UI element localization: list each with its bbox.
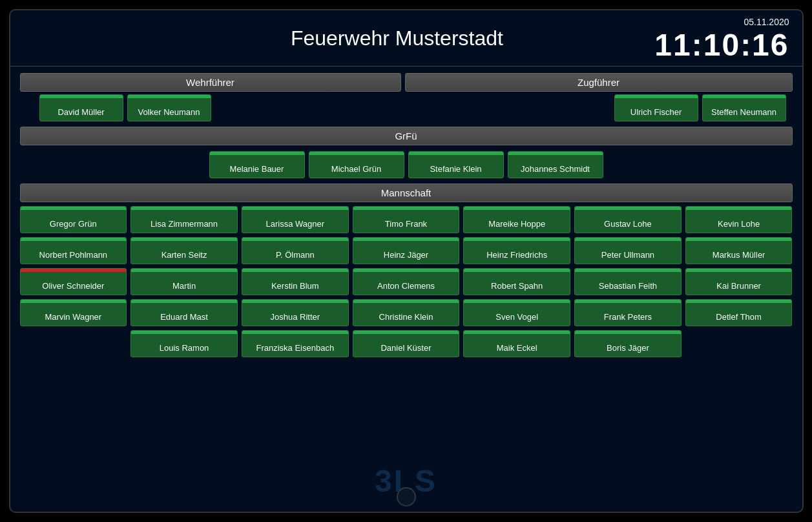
member-name: Kevin Lohe (718, 219, 760, 233)
main-screen: Feuerwehr Musterstadt 05.11.2020 11:10:1… (9, 9, 804, 513)
time-display: 11:10:16 (654, 27, 789, 63)
member-name: Marvin Wagner (45, 312, 102, 326)
member-btn[interactable]: Norbert Pohlmann (20, 237, 127, 264)
grfu-header: GrFü (20, 127, 793, 145)
member-name: Detlef Thom (716, 312, 762, 326)
member-name: Kerstin Blum (271, 281, 319, 295)
status-bar (21, 238, 127, 241)
member-name: Heinz Jäger (384, 250, 428, 264)
member-name: Frank Peters (604, 312, 652, 326)
status-bar (21, 269, 127, 272)
member-btn[interactable]: Anton Clemens (353, 268, 460, 295)
member-johannes-schmidt[interactable]: Johannes Schmidt (508, 151, 603, 178)
member-btn[interactable]: Timo Frank (353, 206, 460, 233)
member-name: Louis Ramon (160, 343, 209, 357)
member-david-mueller[interactable]: David Müller (39, 94, 123, 121)
datetime: 05.11.2020 11:10:16 (654, 17, 789, 63)
status-bar (242, 300, 348, 303)
member-btn[interactable]: Martin (130, 268, 238, 295)
member-ulrich-fischer[interactable]: Ulrich Fischer (614, 94, 698, 121)
member-btn[interactable]: Franziska Eisenbach (242, 330, 349, 357)
status-bar (353, 238, 459, 241)
member-btn[interactable]: Gustav Lohe (574, 206, 682, 233)
member-name: Norbert Pohlmann (39, 250, 108, 264)
member-btn[interactable]: Markus Müller (685, 237, 793, 264)
member-name: David Müller (57, 107, 104, 121)
member-btn[interactable]: Gregor Grün (20, 206, 127, 233)
top-members-row: David Müller Volker Neumann Ulrich Fisch… (20, 94, 793, 121)
member-stefanie-klein[interactable]: Stefanie Klein (408, 151, 504, 178)
member-name: P. Ölmann (276, 250, 315, 264)
status-bar (210, 152, 304, 155)
member-melanie-bauer[interactable]: Melanie Bauer (209, 151, 305, 178)
grfu-members: Melanie Bauer Michael Grün Stefanie Klei… (20, 148, 793, 183)
mannschaft-header: Mannschaft (20, 183, 793, 202)
member-name: Gregor Grün (50, 219, 97, 233)
member-btn[interactable]: Eduard Mast (130, 299, 238, 326)
status-bar (131, 238, 237, 241)
member-btn[interactable]: Sven Vogel (463, 299, 570, 326)
member-btn[interactable]: Kerstin Blum (242, 268, 349, 295)
status-bar (353, 207, 459, 210)
status-bar (131, 207, 237, 210)
member-btn[interactable]: Mareike Hoppe (463, 206, 570, 233)
member-name: Franziska Eisenbach (256, 343, 334, 357)
member-btn[interactable]: Kai Brunner (685, 268, 793, 295)
status-bar (21, 300, 127, 303)
member-name: Markus Müller (713, 250, 765, 264)
member-name: Christine Klein (379, 312, 433, 326)
member-btn[interactable]: Joshua Ritter (242, 299, 349, 326)
member-btn[interactable]: Peter Ullmann (574, 237, 682, 264)
member-btn[interactable]: Sebastian Feith (574, 268, 682, 295)
member-name: Peter Ullmann (601, 250, 654, 264)
status-bar (703, 95, 786, 98)
member-btn[interactable]: Robert Spahn (463, 268, 570, 295)
member-btn[interactable]: Marvin Wagner (20, 299, 127, 326)
member-steffen-neumann[interactable]: Steffen Neumann (702, 94, 786, 121)
member-michael-gruen[interactable]: Michael Grün (309, 151, 404, 178)
member-btn[interactable]: Maik Eckel (463, 330, 570, 357)
status-bar (575, 331, 681, 334)
member-btn[interactable]: Boris Jäger (574, 330, 682, 357)
member-btn[interactable]: Heinz Jäger (353, 237, 460, 264)
status-bar (131, 269, 237, 272)
member-btn[interactable]: Frank Peters (574, 299, 682, 326)
member-btn[interactable]: P. Ölmann (242, 237, 349, 264)
status-bar (309, 152, 404, 155)
status-bar (615, 95, 698, 98)
member-btn[interactable]: Louis Ramon (130, 330, 238, 357)
member-name: Melanie Bauer (230, 164, 284, 178)
status-bar (353, 300, 459, 303)
status-bar (686, 269, 792, 272)
status-bar (353, 331, 459, 334)
member-name: Karten Seitz (161, 250, 207, 264)
member-name: Robert Spahn (491, 281, 543, 295)
member-name: Anton Clemens (377, 281, 435, 295)
member-btn[interactable]: Detlef Thom (685, 299, 793, 326)
member-name: Heinz Friedrichs (486, 250, 547, 264)
member-btn[interactable]: Kevin Lohe (685, 206, 793, 233)
wehrfuehrer-header: Wehrführer (20, 73, 401, 92)
member-name: Maik Eckel (497, 343, 537, 357)
member-btn[interactable]: Karten Seitz (130, 237, 238, 264)
member-name: Boris Jäger (607, 343, 649, 357)
member-btn[interactable]: Larissa Wagner (242, 206, 349, 233)
member-btn[interactable]: Daniel Küster (353, 330, 460, 357)
status-bar (464, 331, 570, 334)
empty-cell (20, 330, 127, 357)
member-name: Sebastian Feith (599, 281, 657, 295)
member-volker-neumann[interactable]: Volker Neumann (127, 94, 211, 121)
member-name: Oliver Schneider (42, 281, 104, 295)
member-name: Larissa Wagner (266, 219, 325, 233)
home-button[interactable] (397, 487, 416, 506)
main-content: Wehrführer Zugführer David Müller Volker… (10, 67, 802, 364)
member-btn[interactable]: Christine Klein (353, 299, 460, 326)
status-bar (575, 207, 681, 210)
member-name: Timo Frank (385, 219, 427, 233)
member-btn[interactable]: Heinz Friedrichs (463, 237, 570, 264)
member-name: Gustav Lohe (604, 219, 652, 233)
member-btn[interactable]: Oliver Schneider (20, 268, 127, 295)
member-name: Stefanie Klein (430, 164, 481, 178)
member-btn[interactable]: Lisa Zimmermann (130, 206, 238, 233)
member-name: Lisa Zimmermann (151, 219, 218, 233)
